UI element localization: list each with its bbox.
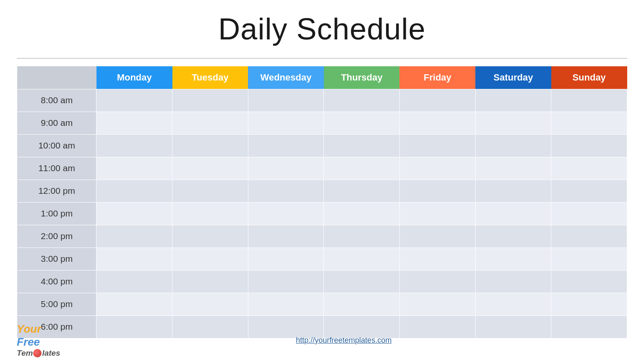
schedule-cell[interactable] [399, 180, 475, 202]
schedule-cell[interactable] [551, 89, 627, 112]
schedule-cell[interactable] [551, 247, 627, 270]
schedule-cell[interactable] [248, 202, 324, 225]
schedule-cell[interactable] [96, 180, 172, 202]
time-cell: 5:00 pm [17, 293, 96, 315]
schedule-cell[interactable] [248, 180, 324, 202]
schedule-cell[interactable] [399, 134, 475, 157]
logo-your: Your [17, 323, 60, 336]
schedule-cell[interactable] [551, 180, 627, 202]
schedule-cell[interactable] [475, 112, 551, 134]
schedule-cell[interactable] [399, 270, 475, 293]
schedule-row: 8:00 am [17, 89, 627, 112]
schedule-cell[interactable] [172, 112, 248, 134]
schedule-cell[interactable] [551, 202, 627, 225]
schedule-cell[interactable] [172, 225, 248, 247]
schedule-cell[interactable] [248, 112, 324, 134]
schedule-cell[interactable] [399, 247, 475, 270]
schedule-cell[interactable] [248, 247, 324, 270]
day-header-thursday: Thursday [324, 66, 400, 89]
time-column-header [17, 66, 96, 89]
schedule-cell[interactable] [248, 157, 324, 180]
schedule-cell[interactable] [475, 225, 551, 247]
schedule-row: 2:00 pm [17, 225, 627, 247]
schedule-cell[interactable] [96, 112, 172, 134]
schedule-cell[interactable] [475, 247, 551, 270]
schedule-cell[interactable] [399, 293, 475, 315]
footer: Your Free Temlates http://yourfreetempla… [0, 323, 644, 358]
time-cell: 9:00 am [17, 112, 96, 134]
day-header-monday: Monday [96, 66, 172, 89]
schedule-cell[interactable] [96, 134, 172, 157]
day-header-saturday: Saturday [475, 66, 551, 89]
schedule-cell[interactable] [475, 180, 551, 202]
schedule-cell[interactable] [248, 134, 324, 157]
time-cell: 10:00 am [17, 134, 96, 157]
schedule-cell[interactable] [399, 157, 475, 180]
logo-ball-icon [33, 349, 42, 357]
schedule-cell[interactable] [172, 180, 248, 202]
schedule-cell[interactable] [475, 270, 551, 293]
schedule-cell[interactable] [399, 89, 475, 112]
schedule-cell[interactable] [172, 202, 248, 225]
logo-free: Free [17, 336, 60, 349]
schedule-cell[interactable] [172, 247, 248, 270]
schedule-cell[interactable] [475, 202, 551, 225]
schedule-cell[interactable] [324, 293, 400, 315]
schedule-cell[interactable] [475, 89, 551, 112]
schedule-cell[interactable] [172, 89, 248, 112]
schedule-cell[interactable] [172, 270, 248, 293]
schedule-cell[interactable] [399, 202, 475, 225]
schedule-cell[interactable] [248, 293, 324, 315]
schedule-cell[interactable] [324, 134, 400, 157]
schedule-cell[interactable] [248, 270, 324, 293]
schedule-cell[interactable] [399, 112, 475, 134]
schedule-cell[interactable] [96, 202, 172, 225]
schedule-cell[interactable] [172, 134, 248, 157]
schedule-cell[interactable] [324, 225, 400, 247]
schedule-cell[interactable] [324, 89, 400, 112]
page-title: Daily Schedule [0, 0, 644, 58]
time-cell: 1:00 pm [17, 202, 96, 225]
schedule-cell[interactable] [248, 225, 324, 247]
schedule-cell[interactable] [96, 157, 172, 180]
schedule-row: 4:00 pm [17, 270, 627, 293]
schedule-cell[interactable] [96, 225, 172, 247]
schedule-cell[interactable] [551, 134, 627, 157]
schedule-cell[interactable] [324, 112, 400, 134]
schedule-row: 3:00 pm [17, 247, 627, 270]
time-cell: 8:00 am [17, 89, 96, 112]
schedule-cell[interactable] [551, 112, 627, 134]
schedule-cell[interactable] [172, 157, 248, 180]
schedule-cell[interactable] [475, 157, 551, 180]
schedule-cell[interactable] [96, 89, 172, 112]
schedule-cell[interactable] [96, 247, 172, 270]
footer-link[interactable]: http://yourfreetemplates.com [60, 336, 627, 345]
schedule-row: 12:00 pm [17, 180, 627, 202]
schedule-cell[interactable] [551, 270, 627, 293]
schedule-cell[interactable] [96, 293, 172, 315]
schedule-cell[interactable] [324, 270, 400, 293]
time-cell: 3:00 pm [17, 247, 96, 270]
day-header-tuesday: Tuesday [172, 66, 248, 89]
schedule-cell[interactable] [399, 225, 475, 247]
time-cell: 2:00 pm [17, 225, 96, 247]
schedule-cell[interactable] [475, 293, 551, 315]
schedule-cell[interactable] [551, 157, 627, 180]
schedule-cell[interactable] [96, 270, 172, 293]
schedule-row: 9:00 am [17, 112, 627, 134]
schedule-cell[interactable] [172, 293, 248, 315]
schedule-cell[interactable] [551, 225, 627, 247]
schedule-row: 5:00 pm [17, 293, 627, 315]
divider [17, 58, 627, 59]
time-cell: 12:00 pm [17, 180, 96, 202]
schedule-cell[interactable] [551, 293, 627, 315]
schedule-cell[interactable] [324, 157, 400, 180]
schedule-cell[interactable] [324, 247, 400, 270]
schedule-cell[interactable] [475, 134, 551, 157]
schedule-cell[interactable] [324, 180, 400, 202]
schedule-row: 1:00 pm [17, 202, 627, 225]
schedule-cell[interactable] [248, 89, 324, 112]
logo: Your Free Temlates [17, 323, 60, 358]
time-cell: 4:00 pm [17, 270, 96, 293]
schedule-cell[interactable] [324, 202, 400, 225]
